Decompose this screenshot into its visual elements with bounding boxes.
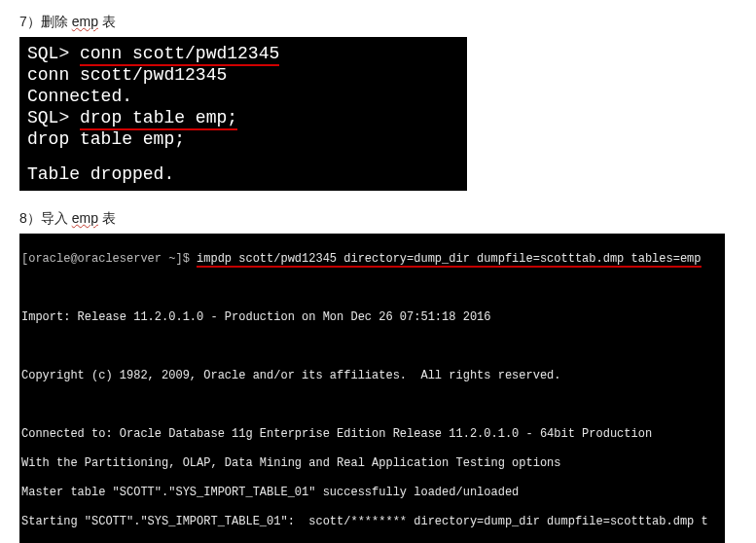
sql-cmd-drop: drop table emp; bbox=[80, 108, 237, 130]
impdp-cmd: impdp scott/pwd12345 directory=dump_dir … bbox=[197, 252, 701, 268]
sql-connected: Connected. bbox=[27, 86, 459, 107]
step8-object: emp bbox=[72, 210, 98, 226]
impdp-cmd-line: [oracle@oracleserver ~]$ impdp scott/pwd… bbox=[21, 252, 723, 267]
sql-echo-drop: drop table emp; bbox=[27, 128, 459, 150]
blank-line bbox=[21, 398, 723, 413]
sql-prompt: SQL> bbox=[27, 44, 80, 63]
step8-suffix: 表 bbox=[98, 210, 116, 226]
sql-cmd-conn: conn scott/pwd12345 bbox=[80, 44, 279, 66]
shell-prompt: [oracle@oracleserver ~]$ bbox=[21, 252, 197, 266]
sql-prompt: SQL> bbox=[27, 108, 80, 127]
step8-prefix: 8） bbox=[19, 210, 41, 226]
blank-line bbox=[21, 340, 723, 354]
out-release: Import: Release 11.2.0.1.0 - Production … bbox=[21, 310, 723, 325]
step7-prefix: 7） bbox=[19, 14, 41, 29]
sql-result-dropped: Table dropped. bbox=[27, 163, 459, 185]
sql-echo-conn: conn scott/pwd12345 bbox=[27, 64, 459, 86]
sql-line-conn: SQL> conn scott/pwd12345 bbox=[27, 43, 459, 64]
terminal-drop-emp: SQL> conn scott/pwd12345 conn scott/pwd1… bbox=[19, 37, 467, 191]
terminal-impdp: [oracle@oracleserver ~]$ impdp scott/pwd… bbox=[19, 234, 725, 543]
out-master: Master table "SCOTT"."SYS_IMPORT_TABLE_0… bbox=[21, 486, 723, 500]
out-connected: Connected to: Oracle Database 11g Enterp… bbox=[21, 427, 723, 442]
sql-line-drop: SQL> drop table emp; bbox=[27, 107, 459, 128]
step7-title: 7）删除 emp 表 bbox=[19, 14, 737, 31]
blank-line bbox=[21, 281, 723, 296]
step8-title: 8）导入 emp 表 bbox=[19, 210, 737, 228]
step7-object: emp bbox=[72, 14, 98, 29]
out-starting: Starting "SCOTT"."SYS_IMPORT_TABLE_01": … bbox=[21, 515, 723, 529]
out-options: With the Partitioning, OLAP, Data Mining… bbox=[21, 456, 723, 471]
step8-action: 导入 bbox=[41, 210, 72, 226]
blank-line bbox=[27, 150, 459, 163]
step7-suffix: 表 bbox=[98, 14, 116, 29]
step7-action: 删除 bbox=[41, 14, 72, 29]
out-copyright: Copyright (c) 1982, 2009, Oracle and/or … bbox=[21, 369, 723, 383]
